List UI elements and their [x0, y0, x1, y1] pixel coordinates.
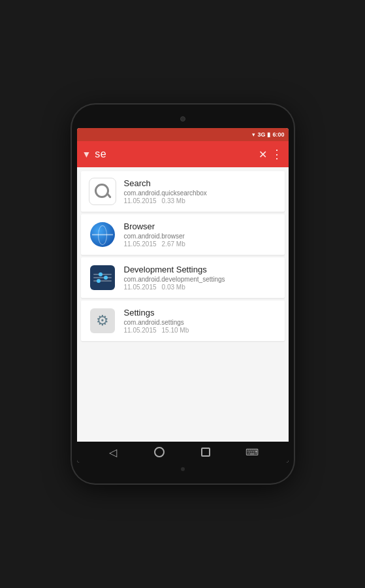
home-button[interactable]	[151, 444, 167, 460]
app-list: Search com.android.quicksearchbox 11.05.…	[77, 167, 289, 442]
recents-square-icon	[201, 448, 210, 457]
device-frame: ▾ 3G ▮ 6:00 ▼ se ✕ ⋮ Search com.android.	[72, 105, 294, 483]
list-item[interactable]: Browser com.android.browser 11.05.2015 2…	[81, 214, 285, 255]
app-name: Browser	[124, 221, 277, 231]
app-size: 0.03 Mb	[162, 284, 185, 291]
status-icons: ▾ 3G ▮ 6:00	[252, 131, 284, 138]
front-camera	[180, 116, 185, 122]
app-icon-browser	[89, 221, 116, 248]
app-info: Development Settings com.android.develop…	[124, 265, 277, 291]
app-size: 2.67 Mb	[162, 240, 185, 248]
bottom-indicator	[181, 467, 185, 471]
app-info: Search com.android.quicksearchbox 11.05.…	[124, 178, 277, 204]
nav-bar: ◁ ⌨	[77, 442, 289, 463]
app-date: 11.05.2015	[124, 197, 157, 204]
app-info: Browser com.android.browser 11.05.2015 2…	[124, 221, 277, 248]
app-name: Development Settings	[124, 265, 277, 274]
back-arrow-icon[interactable]: ▼	[82, 149, 91, 159]
search-query-text[interactable]: se	[95, 148, 254, 160]
app-package: com.android.development_settings	[124, 276, 277, 283]
screen: ▾ 3G ▮ 6:00 ▼ se ✕ ⋮ Search com.android.	[77, 128, 289, 463]
back-button[interactable]: ◁	[105, 444, 121, 460]
battery-icon: ▮	[267, 131, 270, 138]
app-name: Search	[124, 178, 277, 188]
app-meta: 11.05.2015 0.33 Mb	[124, 197, 277, 204]
app-meta: 11.05.2015 0.03 Mb	[124, 284, 277, 291]
clear-search-button[interactable]: ✕	[259, 148, 267, 161]
list-item[interactable]: ⚙ Settings com.android.settings 11.05.20…	[81, 301, 285, 341]
slider-line-1	[93, 274, 112, 275]
app-icon-settings: ⚙	[89, 307, 116, 335]
slider-line-2	[93, 277, 112, 278]
app-meta: 11.05.2015 15.10 Mb	[124, 327, 277, 334]
device-bottom	[77, 463, 289, 476]
home-circle-icon	[154, 447, 165, 457]
device-top	[77, 112, 289, 125]
globe-icon	[90, 222, 115, 247]
app-meta: 11.05.2015 2.67 Mb	[124, 240, 277, 248]
search-mag-icon	[93, 182, 112, 201]
app-icon-devsettings	[89, 264, 116, 291]
app-size: 0.33 Mb	[162, 197, 185, 204]
list-item[interactable]: Development Settings com.android.develop…	[81, 257, 285, 298]
app-date: 11.05.2015	[124, 327, 157, 334]
app-date: 11.05.2015	[124, 240, 157, 248]
app-info: Settings com.android.settings 11.05.2015…	[124, 308, 277, 334]
app-icon-search	[89, 178, 116, 205]
app-package: com.android.browser	[124, 233, 277, 240]
gear-icon: ⚙	[90, 308, 115, 333]
status-bar: ▾ 3G ▮ 6:00	[77, 128, 289, 141]
clock: 6:00	[272, 131, 284, 138]
network-indicator: 3G	[257, 131, 265, 138]
app-date: 11.05.2015	[124, 284, 157, 291]
more-options-button[interactable]: ⋮	[271, 147, 283, 161]
list-item[interactable]: Search com.android.quicksearchbox 11.05.…	[81, 171, 285, 212]
slider-line-3	[93, 280, 112, 282]
devsettings-icon	[90, 265, 115, 290]
wifi-icon: ▾	[252, 131, 255, 138]
toolbar: ▼ se ✕ ⋮	[77, 141, 289, 167]
recents-button[interactable]	[198, 444, 214, 460]
app-package: com.android.settings	[124, 319, 277, 326]
app-size: 15.10 Mb	[162, 327, 189, 334]
keyboard-button[interactable]: ⌨	[244, 444, 260, 460]
app-name: Settings	[124, 308, 277, 318]
app-package: com.android.quicksearchbox	[124, 189, 277, 197]
